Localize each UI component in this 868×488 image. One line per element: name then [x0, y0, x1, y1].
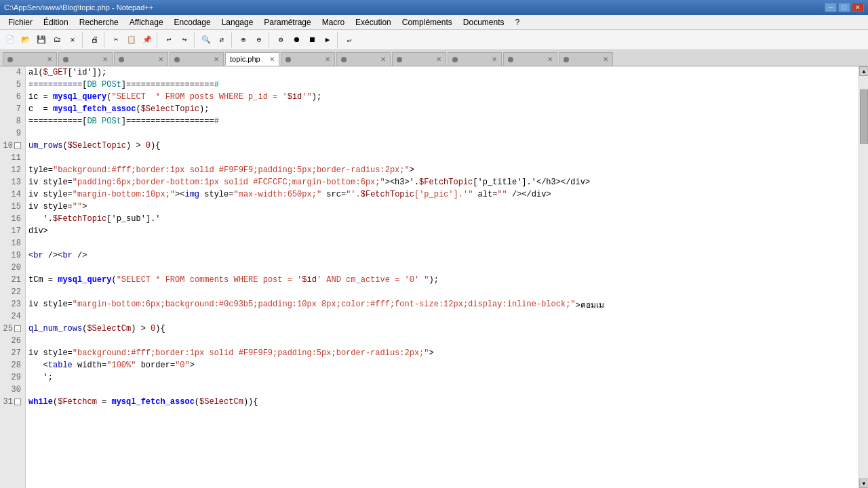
- line-num-25[interactable]: 25-: [0, 323, 25, 335]
- line-num-16: 16: [0, 213, 25, 225]
- sync-button[interactable]: ⚙: [273, 33, 288, 47]
- menu-documents[interactable]: Documents: [458, 16, 510, 28]
- code-line-9[interactable]: [26, 127, 868, 140]
- minimize-button[interactable]: ─: [825, 3, 837, 12]
- code-line-31[interactable]: while($Fetchcm = mysql_fetch_assoc($Sele…: [26, 396, 868, 408]
- window-controls[interactable]: ─ □ ✕: [825, 3, 864, 12]
- code-line-26[interactable]: [26, 335, 868, 347]
- line-num-30: 30: [0, 384, 25, 396]
- tab-7[interactable]: ✕: [336, 52, 391, 66]
- code-line-13[interactable]: iv style="padding:6px;border-bottom:1px …: [26, 176, 868, 188]
- menu-fichier[interactable]: Fichier: [3, 16, 38, 28]
- tab-bar: ✕ ✕ ✕ ✕ topic.php✕ ✕ ✕ ✕ ✕ ✕ ✕: [0, 50, 868, 66]
- replace-button[interactable]: ⇄: [214, 33, 229, 47]
- tab-1[interactable]: ✕: [3, 52, 57, 66]
- fold-icon-10[interactable]: -: [14, 142, 21, 149]
- print-button[interactable]: 🖨: [87, 33, 102, 47]
- tab-4[interactable]: ✕: [170, 52, 224, 66]
- menu-edition[interactable]: Édition: [38, 16, 74, 28]
- open-button[interactable]: 📂: [18, 33, 33, 47]
- zoom-out-button[interactable]: ⊖: [252, 33, 267, 47]
- line-num-7: 7: [0, 103, 25, 115]
- menu-recherche[interactable]: Recherche: [74, 16, 124, 28]
- macro-record-button[interactable]: ⏺: [289, 33, 304, 47]
- line-num-5: 5: [0, 79, 25, 91]
- code-line-18[interactable]: [26, 237, 868, 249]
- code-line-14[interactable]: iv style="margin-bottom:10px;"><img styl…: [26, 188, 868, 201]
- close-button[interactable]: ✕: [65, 33, 80, 47]
- editor-container: 4 5 6 7 8 9 10- 11 12 13 14 15 16 17 18 …: [0, 66, 868, 488]
- title-label: C:\AppServ\www\Blog\topic.php - Notepad+…: [4, 3, 153, 12]
- code-line-8[interactable]: ===========[DB POSt]==================#: [26, 115, 868, 127]
- tab-3[interactable]: ✕: [114, 52, 168, 66]
- code-line-30[interactable]: [26, 384, 868, 396]
- maximize-button[interactable]: □: [838, 3, 850, 12]
- menu-parametrage[interactable]: Paramétrage: [258, 16, 316, 28]
- menu-encodage[interactable]: Encodage: [169, 16, 216, 28]
- save-button[interactable]: 💾: [34, 33, 49, 47]
- close-button[interactable]: ✕: [852, 3, 864, 12]
- menu-execution[interactable]: Exécution: [350, 16, 397, 28]
- code-line-6[interactable]: ic = mysql_query("SELECT * FROM posts WH…: [26, 91, 868, 103]
- code-line-5[interactable]: ===========[DB POSt]==================#: [26, 79, 868, 91]
- sep3: [157, 33, 159, 47]
- tab-8[interactable]: ✕: [392, 52, 446, 66]
- zoom-in-button[interactable]: ⊕: [236, 33, 251, 47]
- code-line-17[interactable]: div>: [26, 225, 868, 237]
- code-line-10[interactable]: um_rows($SelectTopic) > 0){: [26, 140, 868, 152]
- toolbar: 📄 📂 💾 🗂 ✕ 🖨 ✂ 📋 📌 ↩ ↪ 🔍 ⇄ ⊕ ⊖ ⚙ ⏺ ⏹ ▶ ↵: [0, 30, 868, 50]
- code-line-19[interactable]: <br /><br />: [26, 249, 868, 262]
- fold-icon-25[interactable]: -: [14, 325, 21, 332]
- scrollbar-vertical[interactable]: ▲ ▼: [859, 66, 868, 488]
- code-line-4[interactable]: al($_GET['id']);: [26, 66, 868, 79]
- code-line-22[interactable]: [26, 286, 868, 298]
- line-num-31[interactable]: 31-: [0, 396, 25, 408]
- copy-button[interactable]: 📋: [124, 33, 139, 47]
- save-all-button[interactable]: 🗂: [50, 33, 64, 47]
- menu-complements[interactable]: Compléments: [397, 16, 458, 28]
- code-line-25[interactable]: ql_num_rows($SelectCm) > 0){: [26, 323, 868, 335]
- line-num-24: 24: [0, 310, 25, 323]
- tab-2[interactable]: ✕: [58, 52, 113, 66]
- scroll-down-arrow[interactable]: ▼: [859, 479, 868, 488]
- code-line-16[interactable]: '.$FetchTopic['p_sub'].': [26, 213, 868, 225]
- new-button[interactable]: 📄: [3, 33, 18, 47]
- code-line-15[interactable]: iv style="">: [26, 201, 868, 213]
- code-line-29[interactable]: ';: [26, 371, 868, 384]
- tab-topic-php[interactable]: topic.php✕: [225, 52, 279, 66]
- menu-help[interactable]: ?: [510, 16, 526, 28]
- tab-9[interactable]: ✕: [448, 52, 502, 66]
- paste-button[interactable]: 📌: [140, 33, 155, 47]
- code-line-12[interactable]: tyle="background:#fff;border:1px solid #…: [26, 164, 868, 176]
- redo-button[interactable]: ↪: [177, 33, 192, 47]
- menu-affichage[interactable]: Affichage: [124, 16, 169, 28]
- menu-macro[interactable]: Macro: [317, 16, 350, 28]
- menu-langage[interactable]: Langage: [216, 16, 259, 28]
- code-line-28[interactable]: <table width="100%" border="0">: [26, 359, 868, 371]
- line-num-10[interactable]: 10-: [0, 140, 25, 152]
- code-line-21[interactable]: tCm = mysql_query("SELECT * FROM comment…: [26, 274, 868, 286]
- find-button[interactable]: 🔍: [199, 33, 214, 47]
- scroll-up-arrow[interactable]: ▲: [859, 66, 868, 76]
- tab-6[interactable]: ✕: [281, 52, 335, 66]
- line-num-15: 15: [0, 201, 25, 213]
- scroll-track[interactable]: [859, 76, 868, 479]
- code-line-7[interactable]: c = mysql_fetch_assoc($SelectTopic);: [26, 103, 868, 115]
- code-line-27[interactable]: iv style="background:#fff;border:1px sol…: [26, 347, 868, 359]
- tab-11[interactable]: ✕: [559, 52, 613, 66]
- wordwrap-button[interactable]: ↵: [342, 33, 357, 47]
- code-area[interactable]: al($_GET['id']); ===========[DB POSt]===…: [26, 66, 868, 488]
- macro-play-button[interactable]: ▶: [320, 33, 335, 47]
- line-numbers: 4 5 6 7 8 9 10- 11 12 13 14 15 16 17 18 …: [0, 66, 26, 488]
- code-line-11[interactable]: [26, 152, 868, 164]
- code-line-20[interactable]: [26, 262, 868, 274]
- scroll-thumb[interactable]: [860, 89, 868, 144]
- macro-stop-button[interactable]: ⏹: [304, 33, 319, 47]
- undo-button[interactable]: ↩: [161, 33, 176, 47]
- cut-button[interactable]: ✂: [108, 33, 123, 47]
- tab-10[interactable]: ✕: [503, 52, 557, 66]
- code-line-23[interactable]: iv style="margin-bottom:6px;background:#…: [26, 298, 868, 310]
- fold-icon-31[interactable]: -: [14, 399, 21, 405]
- code-line-24[interactable]: [26, 310, 868, 323]
- editor-body: 4 5 6 7 8 9 10- 11 12 13 14 15 16 17 18 …: [0, 66, 868, 488]
